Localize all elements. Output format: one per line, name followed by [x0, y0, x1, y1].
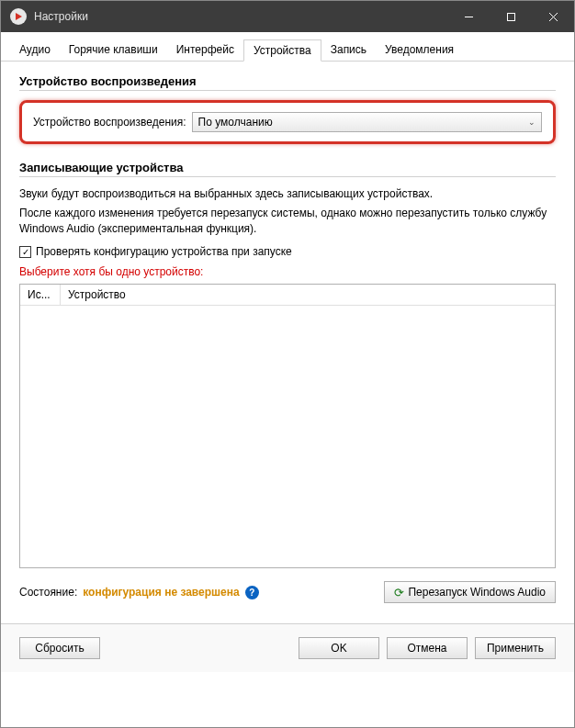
devices-page: Устройство воспроизведения Устройство во… — [1, 62, 574, 616]
device-list-header: Ис... Устройство — [20, 285, 555, 306]
close-button[interactable] — [532, 1, 574, 32]
playback-device-label: Устройство воспроизведения: — [33, 116, 186, 129]
divider — [19, 90, 556, 91]
playback-device-row: Устройство воспроизведения: По умолчанию… — [19, 100, 556, 144]
tab-interface[interactable]: Интерфейс — [167, 39, 243, 61]
check-config-checkbox[interactable]: ✓ — [19, 246, 31, 258]
playback-device-value: По умолчанию — [198, 116, 273, 129]
tab-audio[interactable]: Аудио — [10, 39, 60, 61]
playback-device-select[interactable]: По умолчанию ⌄ — [192, 112, 542, 132]
svg-marker-0 — [16, 13, 22, 20]
tab-notifications[interactable]: Уведомления — [376, 39, 463, 61]
restart-audio-label: Перезапуск Windows Audio — [408, 586, 546, 599]
tab-hotkeys[interactable]: Горячие клавиши — [60, 39, 167, 61]
tab-devices[interactable]: Устройства — [243, 39, 321, 62]
playback-group-title: Устройство воспроизведения — [19, 74, 556, 88]
help-icon[interactable]: ? — [245, 586, 259, 599]
col-use[interactable]: Ис... — [20, 285, 61, 305]
col-device[interactable]: Устройство — [61, 285, 555, 305]
select-device-warning: Выберите хотя бы одно устройство: — [19, 265, 556, 278]
titlebar: Настройки — [1, 1, 574, 32]
status-label: Состояние: — [19, 586, 77, 599]
tab-bar: Аудио Горячие клавиши Интерфейс Устройст… — [1, 32, 574, 62]
content-area: Аудио Горячие клавиши Интерфейс Устройст… — [1, 32, 574, 672]
check-config-label: Проверять конфигурацию устройства при за… — [36, 245, 292, 258]
footer: Сбросить OK Отмена Применить — [1, 623, 574, 672]
svg-rect-2 — [507, 13, 514, 20]
tab-record[interactable]: Запись — [321, 39, 376, 61]
window-controls — [447, 1, 574, 32]
apply-button[interactable]: Применить — [475, 637, 556, 659]
divider — [19, 176, 556, 177]
reset-button[interactable]: Сбросить — [19, 637, 100, 659]
recording-group-title: Записывающие устройства — [19, 161, 556, 174]
check-config-row[interactable]: ✓ Проверять конфигурацию устройства при … — [19, 245, 556, 258]
restart-audio-button[interactable]: ⟳ Перезапуск Windows Audio — [384, 581, 556, 603]
status-value: конфигурация не завершена — [83, 586, 239, 599]
cancel-button[interactable]: Отмена — [387, 637, 468, 659]
ok-button[interactable]: OK — [299, 637, 379, 659]
device-list[interactable]: Ис... Устройство — [19, 284, 556, 568]
refresh-icon: ⟳ — [394, 586, 404, 599]
status-row: Состояние: конфигурация не завершена ? ⟳… — [19, 581, 556, 603]
app-icon — [10, 8, 27, 25]
minimize-button[interactable] — [447, 1, 490, 32]
window-title: Настройки — [34, 10, 447, 23]
recording-desc-2: После каждого изменения требуется переза… — [19, 206, 556, 237]
recording-desc-1: Звуки будут воспроизводиться на выбранны… — [19, 186, 556, 202]
chevron-down-icon: ⌄ — [528, 118, 536, 127]
maximize-button[interactable] — [490, 1, 532, 32]
